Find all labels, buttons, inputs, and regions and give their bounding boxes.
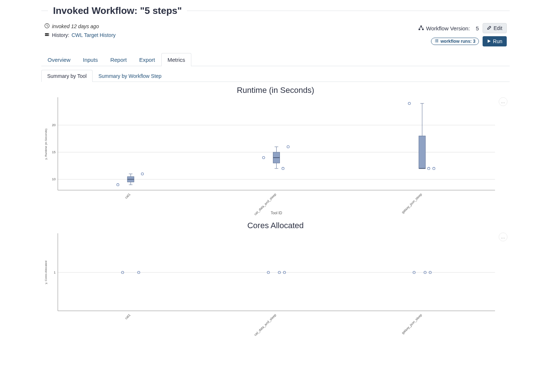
svg-text:y, Runtime (in Seconds): y, Runtime (in Seconds) <box>44 128 48 159</box>
invocation-meta: invoked 12 days ago History: CWL Target … <box>41 16 510 51</box>
ellipsis-icon: … <box>501 234 506 240</box>
run-button[interactable]: Run <box>483 36 507 46</box>
subtab-summary-by-workflow-step[interactable]: Summary by Workflow Step <box>93 70 167 82</box>
svg-point-34 <box>282 167 284 170</box>
svg-point-4 <box>48 35 49 36</box>
svg-point-24 <box>141 173 143 175</box>
svg-point-42 <box>408 102 411 105</box>
title-row: Invoked Workflow: "5 steps" <box>41 0 510 16</box>
svg-text:cat_data_and_sleep: cat_data_and_sleep <box>254 313 277 336</box>
svg-text:cat1: cat1 <box>124 192 131 199</box>
chart-runtime-title: Runtime (in Seconds) <box>41 86 510 95</box>
svg-point-44 <box>428 167 430 170</box>
chart-runtime: … 101520y, Runtime (in Seconds)cat1cat_d… <box>41 95 510 217</box>
tab-inputs[interactable]: Inputs <box>77 53 104 66</box>
pencil-icon <box>487 25 492 31</box>
svg-point-33 <box>287 146 289 148</box>
svg-point-32 <box>262 157 265 159</box>
tab-export[interactable]: Export <box>133 53 161 66</box>
page-title: Invoked Workflow: "5 steps" <box>53 5 182 16</box>
svg-text:20: 20 <box>52 123 56 127</box>
svg-text:10: 10 <box>52 177 56 181</box>
svg-text:galaxy_json_sleep: galaxy_json_sleep <box>401 313 423 335</box>
chart-menu-button[interactable]: … <box>499 233 507 241</box>
tab-overview[interactable]: Overview <box>41 53 77 66</box>
history-link[interactable]: CWL Target History <box>71 32 116 38</box>
svg-text:galaxy_json_sleep: galaxy_json_sleep <box>401 192 423 214</box>
main-tabs: OverviewInputsReportExportMetrics <box>41 53 510 66</box>
chart-menu-button[interactable]: … <box>499 97 507 106</box>
svg-text:1: 1 <box>54 271 56 274</box>
history-label: History: <box>52 32 69 38</box>
svg-rect-5 <box>420 25 421 27</box>
sitemap-icon <box>418 25 424 31</box>
ellipsis-icon: … <box>501 99 506 104</box>
svg-point-23 <box>117 184 119 186</box>
chart-cores: … 1y, Cores Allocatedcat1cat_data_and_sl… <box>41 230 510 338</box>
subtab-summary-by-tool[interactable]: Summary by Tool <box>41 70 93 82</box>
play-icon <box>487 38 491 44</box>
svg-text:cat1: cat1 <box>124 313 131 320</box>
sub-tabs: Summary by ToolSummary by Workflow Step <box>41 70 510 82</box>
list-icon <box>435 39 439 44</box>
svg-text:15: 15 <box>52 150 56 154</box>
tab-report[interactable]: Report <box>104 53 133 66</box>
tab-metrics[interactable]: Metrics <box>161 53 191 66</box>
svg-rect-40 <box>419 136 426 169</box>
workflow-version: Workflow Version: 5 <box>418 25 479 31</box>
invoked-time: invoked 12 days ago <box>52 23 99 29</box>
workflow-runs-pill[interactable]: workflow runs: 3 <box>431 38 479 45</box>
svg-point-3 <box>48 34 49 34</box>
clock-icon <box>44 23 50 30</box>
svg-text:y, Cores Allocated: y, Cores Allocated <box>44 261 48 284</box>
svg-text:Tool ID: Tool ID <box>271 211 282 215</box>
edit-button[interactable]: Edit <box>483 23 507 33</box>
storage-icon <box>44 32 50 38</box>
svg-point-43 <box>433 167 435 170</box>
svg-rect-6 <box>419 29 420 30</box>
chart-cores-title: Cores Allocated <box>41 221 510 230</box>
svg-rect-7 <box>422 29 423 30</box>
